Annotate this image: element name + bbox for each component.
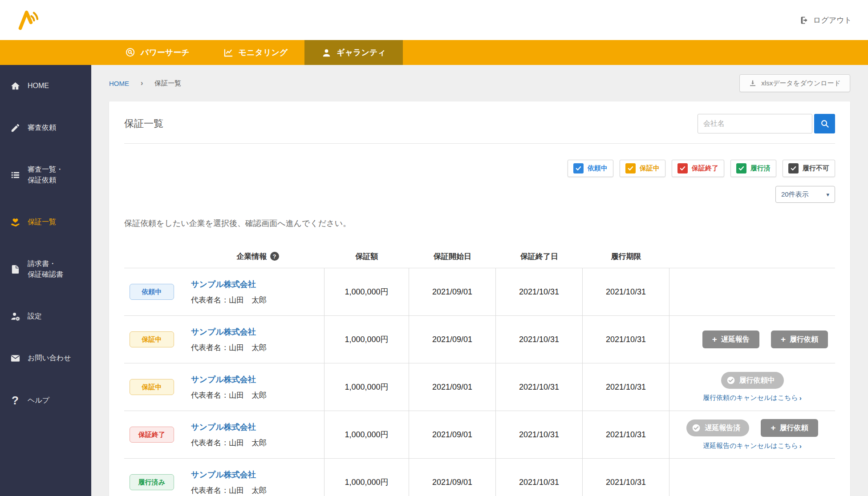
guarantee-list-card: 保証一覧 依頼中 保証中 (109, 101, 850, 496)
filter-requested[interactable]: 依頼中 (568, 160, 613, 177)
search-button[interactable] (814, 114, 835, 133)
cancel-delay-report-link[interactable]: 遅延報告のキャンセルはこちら › (703, 442, 802, 450)
fulfillment-deadline: 2021/10/31 (583, 411, 669, 458)
search-input[interactable] (698, 114, 812, 133)
tab-monitoring[interactable]: モニタリング (207, 40, 305, 65)
checkbox-checked-icon (788, 163, 799, 173)
sidebar-item-label: 請求書・保証確認書 (28, 258, 63, 280)
sidebar-item-label: 保証一覧 (28, 217, 56, 227)
guarantee-start-date: 2021/09/01 (409, 363, 496, 411)
tab-guarantee[interactable]: ギャランティ (304, 40, 403, 65)
checkbox-checked-icon (736, 163, 746, 173)
sidebar-item-label: 審査依頼 (28, 122, 56, 133)
search-icon (820, 119, 830, 129)
representative-name: 代表者名：山田 太郎 (191, 295, 267, 305)
table-header-row: 企業情報 ? 保証額 保証開始日 保証終了日 履行期限 (124, 245, 835, 268)
check-circle-icon (726, 376, 735, 385)
status-filters: 依頼中 保証中 保証終了 履行済 履行不可 (124, 160, 835, 177)
instruction-text: 保証依頼をしたい企業を選択後、確認画面へ進んでください。 (124, 218, 835, 229)
page-size-row: 20件表示 ▾ (124, 186, 835, 203)
table-row: 履行済み サンプル株式会社 代表者名：山田 太郎 1,000,000円 2021… (124, 458, 835, 496)
company-link[interactable]: サンプル株式会社 (191, 469, 256, 480)
header-company: 企業情報 ? (191, 245, 324, 268)
plus-icon: + (781, 335, 786, 344)
sidebar-item-label: お問い合わせ (28, 353, 71, 363)
logout-link[interactable]: ログアウト (800, 15, 852, 25)
fulfillment-deadline: 2021/10/31 (583, 316, 669, 363)
guarantee-end-date: 2021/10/31 (496, 411, 583, 458)
sidebar-item-settings[interactable]: 設定 (0, 295, 91, 337)
home-icon (10, 81, 20, 91)
delay-report-button[interactable]: + 遅延報告 (702, 331, 759, 348)
logout-icon (800, 16, 809, 25)
chevron-right-icon: › (141, 79, 143, 87)
app-logo[interactable] (16, 8, 41, 32)
download-icon (749, 79, 757, 87)
guarantee-start-date: 2021/09/01 (409, 316, 496, 363)
page-size-select[interactable]: 20件表示 ▾ (775, 186, 835, 203)
download-xlsx-button[interactable]: xlsxデータをダウンロード (739, 74, 850, 92)
tab-label: ギャランティ (337, 47, 386, 58)
filter-guarantee-ended[interactable]: 保証終了 (672, 160, 724, 177)
filter-label: 保証終了 (692, 164, 718, 173)
filter-fulfilled[interactable]: 履行済 (730, 160, 776, 177)
fulfillment-request-button[interactable]: + 履行依頼 (771, 331, 828, 348)
logout-label: ログアウト (813, 15, 852, 25)
logo-icon (17, 8, 40, 32)
actions-cell: 履行依頼中 履行依頼のキャンセルはこちら › (669, 363, 835, 411)
sidebar-item-help[interactable]: ? ヘルプ (0, 379, 91, 422)
sidebar-item-label: 設定 (28, 311, 42, 322)
header-deadline: 履行期限 (583, 245, 669, 268)
sidebar-item-contact[interactable]: お問い合わせ (0, 337, 91, 379)
tab-power-search[interactable]: パワーサーチ (109, 40, 207, 65)
breadcrumb-home-link[interactable]: HOME (109, 80, 129, 87)
company-link[interactable]: サンプル株式会社 (191, 279, 256, 290)
primary-nav: パワーサーチ モニタリング ギャランティ (0, 40, 868, 65)
table-row: 保証中 サンプル株式会社 代表者名：山田 太郎 1,000,000円 2021/… (124, 363, 835, 411)
filter-label: 依頼中 (588, 164, 608, 173)
chevron-right-icon: › (799, 394, 802, 402)
status-badge: 保証中 (130, 379, 174, 395)
plus-icon: + (771, 423, 775, 433)
breadcrumb-current: 保証一覧 (154, 79, 181, 88)
company-link[interactable]: サンプル株式会社 (191, 422, 256, 432)
status-badge: 保証中 (130, 331, 174, 347)
header-actions (669, 245, 835, 268)
company-link[interactable]: サンプル株式会社 (191, 374, 256, 385)
sidebar-item-home[interactable]: HOME (0, 65, 91, 107)
filter-guaranteeing[interactable]: 保証中 (620, 160, 665, 177)
sidebar-item-label: 審査一覧・保証依頼 (28, 164, 63, 185)
company-link[interactable]: サンプル株式会社 (191, 327, 256, 337)
breadcrumb: HOME › 保証一覧 (109, 79, 181, 88)
sidebar-item-guarantee-list[interactable]: 保証一覧 (0, 201, 91, 243)
top-header: ログアウト (0, 0, 868, 40)
header-start-date: 保証開始日 (409, 245, 496, 268)
guarantee-table: 企業情報 ? 保証額 保証開始日 保証終了日 履行期限 依頼中 サンプル株式会社… (124, 245, 835, 496)
help-icon[interactable]: ? (270, 252, 279, 261)
actions-cell: + 遅延報告 + 履行依頼 (669, 316, 835, 363)
table-row: 依頼中 サンプル株式会社 代表者名：山田 太郎 1,000,000円 2021/… (124, 268, 835, 315)
actions-row: 遅延報告済 + 履行依頼 (686, 419, 818, 437)
chevron-right-icon: › (799, 442, 802, 450)
guarantee-amount: 1,000,000円 (324, 268, 409, 315)
sidebar-item-examination-list[interactable]: 審査一覧・保証依頼 (0, 149, 91, 201)
filter-unfulfillable[interactable]: 履行不可 (783, 160, 835, 177)
guarantee-end-date: 2021/10/31 (496, 363, 583, 411)
filter-label: 履行不可 (803, 164, 829, 173)
header-amount: 保証額 (324, 245, 409, 268)
guarantee-start-date: 2021/09/01 (409, 459, 496, 496)
sidebar-item-examination-request[interactable]: 審査依頼 (0, 107, 91, 149)
guarantee-amount: 1,000,000円 (324, 411, 409, 458)
download-label: xlsxデータをダウンロード (761, 79, 841, 88)
actions-cell: 遅延報告済 + 履行依頼 遅延報告のキャンセルはこちら › (669, 411, 835, 458)
status-badge: 履行済み (130, 474, 174, 490)
cancel-fulfillment-link[interactable]: 履行依頼のキャンセルはこちら › (703, 394, 802, 402)
page-title: 保証一覧 (124, 117, 163, 130)
header-company-label: 企業情報 (237, 251, 267, 262)
sidebar-item-invoice[interactable]: 請求書・保証確認書 (0, 243, 91, 295)
plus-icon: + (712, 335, 717, 344)
search-icon (126, 48, 136, 58)
list-icon (10, 170, 20, 180)
guarantee-amount: 1,000,000円 (324, 363, 409, 411)
fulfillment-request-button[interactable]: + 履行依頼 (761, 419, 818, 437)
